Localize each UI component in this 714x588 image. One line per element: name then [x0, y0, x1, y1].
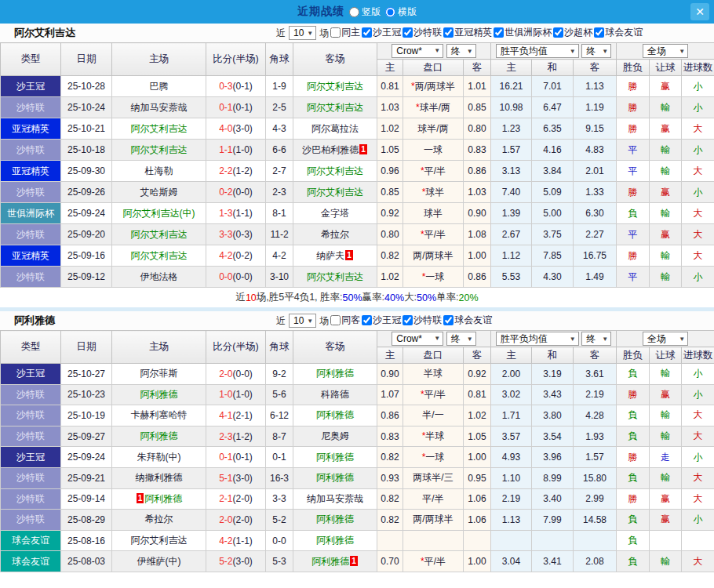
view-horizontal-radio[interactable]: 横版	[385, 5, 417, 19]
odds-home-header: 主	[377, 60, 403, 76]
match-row: 沙王冠 25-10-28 巴腾 0-3(0-1) 1-9 阿尔艾利吉达 0.81…	[1, 76, 714, 97]
bookmaker-select[interactable]: Crow*▼	[392, 44, 443, 58]
avg-away-header: 客	[574, 60, 617, 76]
team-link[interactable]: 阿利雅德	[316, 452, 354, 463]
checkbox-icon[interactable]	[362, 27, 372, 38]
scope-select[interactable]: 全场▼	[643, 44, 688, 58]
team-link[interactable]: 巴腾	[150, 81, 169, 92]
date-cell: 25-09-27	[61, 426, 112, 447]
checkbox-icon[interactable]	[594, 27, 604, 38]
team-link[interactable]: 阿利雅德	[311, 556, 349, 567]
filter-checkbox-亚冠精英[interactable]: 亚冠精英	[443, 26, 492, 39]
team-link[interactable]: 阿尔菲斯	[140, 368, 178, 379]
avg-home-cell	[491, 530, 532, 551]
odds-period-select[interactable]: 终▼	[446, 44, 476, 58]
checkbox-icon[interactable]	[403, 27, 413, 38]
team-link[interactable]: 阿利雅德	[316, 472, 354, 483]
bookmaker-select[interactable]: Crow*▼	[392, 332, 443, 346]
filter-checkbox-沙王冠[interactable]: 沙王冠	[362, 314, 401, 327]
away-odds-cell	[464, 530, 491, 551]
team-link[interactable]: 尼奥姆	[321, 430, 349, 441]
team-link[interactable]: 纳加马安萘哉	[307, 493, 363, 504]
team-link[interactable]: 阿尔艾利吉达	[307, 271, 363, 282]
team-link[interactable]: 纳撒利雅德	[136, 472, 183, 483]
filter-checkbox-球会友谊[interactable]: 球会友谊	[594, 26, 643, 39]
checkbox-icon[interactable]	[403, 315, 413, 325]
col-home-header: 主场	[112, 43, 206, 76]
away-team-cell: 纳加马安萘哉	[293, 488, 377, 510]
team-link[interactable]: 纳萨夫	[316, 250, 344, 261]
team-link[interactable]: 阿尔艾利吉达	[307, 187, 363, 198]
odds-period-select[interactable]: 终▼	[446, 332, 476, 346]
checkbox-icon[interactable]	[443, 27, 454, 38]
checkbox-icon[interactable]	[330, 27, 341, 38]
scope-select[interactable]: 全场▼	[643, 332, 688, 346]
team-link[interactable]: 希拉尔	[145, 514, 173, 524]
filter-checkbox-沙超杯[interactable]: 沙超杯	[553, 26, 592, 39]
team-link[interactable]: 卡赫利塞哈特	[131, 409, 188, 420]
checkbox-icon[interactable]	[362, 315, 372, 325]
avg-period-select[interactable]: 终▼	[581, 44, 611, 58]
checkbox-icon[interactable]	[443, 315, 454, 325]
team-link[interactable]: 阿尔艾利吉达	[307, 165, 363, 176]
corner-cell: 8-7	[266, 426, 293, 447]
team-link[interactable]: 阿尔艾利吉达(中)	[123, 208, 195, 219]
match-count-select[interactable]: 10▼	[289, 314, 316, 328]
home-team-cell: 纳撒利雅德	[112, 467, 206, 488]
team-link[interactable]: 金字塔	[321, 208, 349, 219]
checkbox-icon[interactable]	[494, 27, 504, 38]
handicap-cell: 两/两球半	[403, 245, 464, 267]
away-team-cell: 阿尔艾利吉达	[293, 161, 377, 182]
team-link[interactable]: 阿尔艾利吉达	[307, 81, 363, 92]
avg-period-select[interactable]: 终▼	[581, 332, 611, 346]
team-name: 阿利雅德	[14, 314, 55, 328]
team-link[interactable]: 希拉尔	[321, 229, 349, 240]
corner-cell: 2-7	[266, 161, 293, 182]
team-link[interactable]: 伊维萨(中)	[137, 556, 181, 567]
team-link[interactable]: 艾哈斯姆	[140, 187, 178, 198]
filter-checkbox-沙特联[interactable]: 沙特联	[403, 314, 442, 327]
team-link[interactable]: 阿尔艾利吉达	[131, 535, 188, 546]
result-goals-cell: 大	[682, 551, 714, 572]
filter-checkbox-同主[interactable]: 同主	[330, 26, 360, 39]
team-link[interactable]: 阿利雅德	[316, 409, 354, 420]
close-icon: ✕	[695, 5, 705, 18]
team-link[interactable]: 阿利雅德	[316, 535, 354, 546]
team-link[interactable]: 阿利雅德	[316, 368, 354, 379]
avg-select[interactable]: 胜平负均值▼	[496, 44, 579, 58]
match-count-select[interactable]: 10▼	[289, 26, 316, 40]
team-link[interactable]: 阿利雅德	[144, 493, 182, 504]
radio-icon[interactable]	[385, 7, 395, 17]
date-cell: 25-09-24	[61, 447, 112, 468]
filter-bar: 近 10▼ 场 同客沙王冠沙特联球会友谊	[276, 311, 492, 330]
avg-home-cell: 1.39	[491, 203, 532, 224]
team-link[interactable]: 阿尔艾利吉达	[131, 144, 188, 155]
view-vertical-radio[interactable]: 竖版	[349, 5, 381, 19]
radio-icon[interactable]	[349, 7, 359, 17]
team-link[interactable]: 沙巴柏利雅德	[302, 144, 359, 155]
team-link[interactable]: 阿尔艾利吉达	[307, 102, 363, 113]
checkbox-icon[interactable]	[330, 315, 341, 325]
close-button[interactable]: ✕	[690, 3, 709, 20]
team-link[interactable]: 阿尔艾利吉达	[131, 123, 188, 134]
team-link[interactable]: 杜海勒	[145, 165, 173, 176]
team-link[interactable]: 朱拜勒(中)	[137, 452, 181, 463]
team-link[interactable]: 阿尔葛拉法	[311, 123, 359, 134]
team-link[interactable]: 伊地法格	[140, 271, 178, 282]
team-link[interactable]: 阿尔艾利吉达	[131, 229, 188, 240]
filter-checkbox-沙王冠[interactable]: 沙王冠	[362, 26, 401, 39]
avg-draw-cell: 7.99	[532, 510, 574, 531]
team-link[interactable]: 阿利雅德	[140, 389, 178, 400]
team-link[interactable]: 阿利雅德	[316, 514, 354, 524]
team-link[interactable]: 科路德	[321, 389, 349, 400]
filter-checkbox-同客[interactable]: 同客	[330, 314, 360, 327]
filter-checkbox-球会友谊[interactable]: 球会友谊	[443, 314, 492, 327]
filter-bar: 近 10▼ 场 同主沙王冠沙特联亚冠精英世俱洲际杯沙超杯球会友谊	[276, 24, 643, 42]
avg-select[interactable]: 胜平负均值▼	[496, 332, 579, 346]
team-link[interactable]: 阿尔艾利吉达	[131, 250, 188, 261]
filter-checkbox-世俱洲际杯[interactable]: 世俱洲际杯	[494, 26, 552, 39]
filter-checkbox-沙特联[interactable]: 沙特联	[403, 26, 442, 39]
team-link[interactable]: 纳加马安萘哉	[131, 102, 188, 113]
checkbox-icon[interactable]	[553, 27, 563, 38]
team-link[interactable]: 阿利雅德	[140, 430, 178, 441]
